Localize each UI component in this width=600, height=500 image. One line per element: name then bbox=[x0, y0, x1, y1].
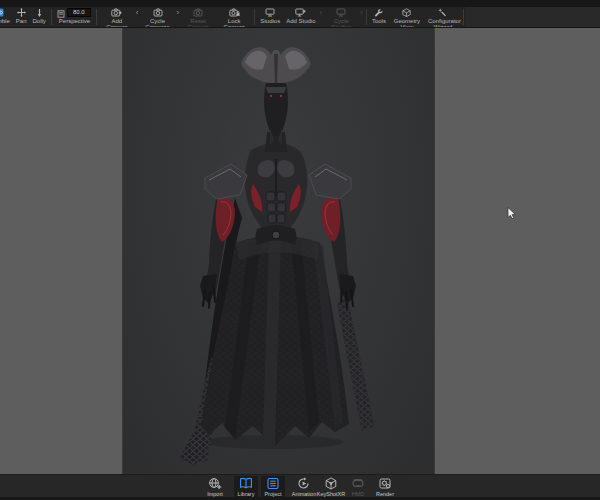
import-label: Import bbox=[207, 491, 223, 497]
lock-camera-label: Lock Camera bbox=[219, 18, 249, 28]
add-camera-label: Add Camera bbox=[102, 18, 132, 28]
ribbon-button-lock-camera[interactable]: Lock Camera bbox=[216, 7, 252, 27]
ribbon-divider bbox=[366, 9, 367, 25]
dolly-label: Dolly bbox=[32, 18, 45, 24]
ribbon-button-add-studio[interactable]: Add Studio bbox=[283, 7, 318, 27]
ribbon-cycle-cameras-group: ‹ Cycle Cameras › bbox=[135, 7, 180, 27]
ribbon-divider bbox=[51, 9, 52, 25]
add-studio-label: Add Studio bbox=[286, 18, 315, 24]
toolbar-item-project[interactable]: Project bbox=[261, 476, 285, 498]
cycle-cameras-icon bbox=[153, 8, 163, 17]
realtime-viewport[interactable] bbox=[123, 28, 434, 474]
tumble-icon bbox=[0, 8, 4, 17]
lock-camera-icon bbox=[229, 8, 240, 17]
keyshotxr-label: KeyShotXR bbox=[317, 491, 345, 497]
ribbon-divider bbox=[254, 9, 255, 25]
studios-label: Studios bbox=[260, 18, 280, 24]
library-icon bbox=[239, 477, 253, 490]
tumble-label: Tumble bbox=[0, 18, 10, 24]
character-model-render bbox=[123, 28, 434, 474]
render-label: Render bbox=[376, 491, 394, 497]
ribbon-empty-area bbox=[466, 7, 600, 27]
studio-icon bbox=[265, 8, 275, 17]
toolbar-item-animation[interactable]: Animation bbox=[292, 476, 316, 498]
ribbon-divider bbox=[463, 9, 464, 25]
wizard-icon bbox=[438, 8, 447, 17]
cycle-cameras-label: Cycle Cameras bbox=[143, 18, 173, 28]
ribbon-button-add-camera[interactable]: Add Camera bbox=[99, 7, 135, 27]
ribbon-button-tumble[interactable]: Tumble bbox=[0, 7, 13, 27]
ribbon-button-studios[interactable]: Studios bbox=[257, 7, 283, 27]
ribbon-perspective-group: 80.0 Perspective bbox=[54, 7, 94, 27]
toolbar-item-hmd: HMD bbox=[346, 476, 370, 498]
cycle-studios-icon bbox=[336, 8, 346, 17]
dolly-icon bbox=[35, 8, 44, 17]
pan-icon bbox=[17, 8, 26, 17]
geometry-view-icon bbox=[402, 8, 411, 17]
cycle-studios-next-icon: › bbox=[359, 9, 364, 17]
camera-ribbon: Tumble Pan Dolly 80.0 Perspective bbox=[0, 7, 600, 28]
workspace bbox=[0, 28, 600, 474]
add-camera-icon bbox=[111, 8, 122, 17]
tools-label: Tools bbox=[372, 18, 386, 24]
toolbar-item-import[interactable]: Import bbox=[203, 476, 227, 498]
animation-icon bbox=[297, 477, 311, 490]
project-label: Project bbox=[264, 491, 281, 497]
hmd-icon bbox=[351, 477, 365, 490]
main-toolbar: Import Library Project Animation KeyShot bbox=[0, 474, 600, 500]
titlebar-strip bbox=[0, 0, 600, 7]
workspace-right-margin bbox=[434, 28, 600, 474]
ribbon-button-reset-camera: Reset Camera bbox=[180, 7, 216, 27]
keyshot-window: Tumble Pan Dolly 80.0 Perspective bbox=[0, 0, 600, 500]
ribbon-button-configurator-wizard[interactable]: Configurator Wizard bbox=[425, 7, 461, 27]
import-icon bbox=[208, 477, 222, 490]
render-icon bbox=[378, 477, 392, 490]
hmd-label: HMD bbox=[352, 491, 365, 497]
tools-icon bbox=[374, 8, 383, 17]
ribbon-button-geometry-view[interactable]: Geometry View bbox=[389, 7, 425, 27]
library-label: Library bbox=[238, 491, 255, 497]
toolbar-item-render[interactable]: Render bbox=[373, 476, 397, 498]
ribbon-button-tools[interactable]: Tools bbox=[369, 7, 389, 27]
animation-label: Animation bbox=[292, 491, 316, 497]
perspective-value-field[interactable]: 80.0 bbox=[67, 8, 91, 17]
perspective-label: Perspective bbox=[59, 18, 89, 24]
cursor-arrow-icon bbox=[507, 206, 517, 224]
reset-camera-label: Reset Camera bbox=[183, 18, 213, 28]
project-icon bbox=[266, 477, 280, 490]
workspace-left-margin bbox=[0, 28, 123, 474]
pan-label: Pan bbox=[16, 18, 27, 24]
ribbon-divider bbox=[96, 9, 97, 25]
toolbar-item-keyshotxr[interactable]: KeyShotXR bbox=[319, 476, 343, 498]
toolbar-item-library[interactable]: Library bbox=[234, 476, 258, 498]
ribbon-button-cycle-studios: Cycle Studios bbox=[323, 7, 359, 27]
reset-camera-icon bbox=[193, 8, 203, 17]
add-studio-icon bbox=[295, 8, 306, 17]
configurator-wizard-label: Configurator Wizard bbox=[428, 18, 458, 28]
ribbon-button-cycle-cameras[interactable]: Cycle Cameras bbox=[140, 7, 176, 27]
cycle-studios-label: Cycle Studios bbox=[326, 18, 356, 28]
ribbon-button-dolly[interactable]: Dolly bbox=[29, 7, 48, 27]
ribbon-cycle-studios-group: ‹ Cycle Studios › bbox=[319, 7, 364, 27]
keyshotxr-icon bbox=[324, 477, 338, 490]
geometry-view-label: Geometry View bbox=[392, 18, 422, 28]
ribbon-button-pan[interactable]: Pan bbox=[13, 7, 30, 27]
